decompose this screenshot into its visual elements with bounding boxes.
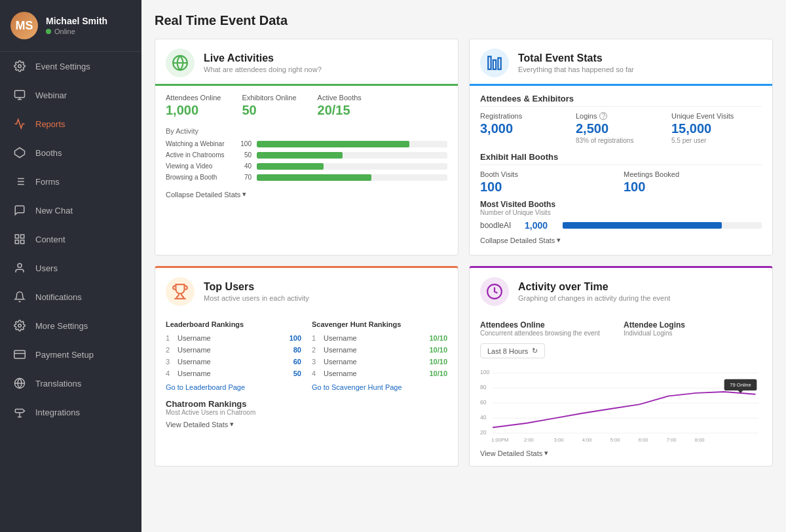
exhibitors-online-value: 50 [242,103,296,118]
top-booth-row: boodleAI 1,000 [480,220,762,231]
collapse-live-activities[interactable]: Collapse Detailed Stats ▾ [166,185,246,201]
sidebar-item-booths[interactable]: Booths [0,138,141,167]
logins-sub: 83% of registrations [576,137,666,144]
total-stats-title-block: Total Event Stats Everything that has ha… [518,52,634,73]
rank-username: Username [324,346,425,354]
svg-rect-17 [14,351,26,358]
registrations-label: Registrations [480,112,571,120]
scavenger-section: Scavenger Hunt Rankings 1 Username 10/10… [312,320,447,391]
live-activities-subtitle: What are attendees doing right now? [204,66,322,73]
gear-icon [13,60,26,73]
leaderboard-title: Leaderboard Rankings [166,320,301,328]
rank-username: Username [324,370,425,377]
user-profile[interactable]: MS Michael Smith Online [0,0,141,52]
sidebar-item-payment-setup[interactable]: Payment Setup [0,340,141,369]
sidebar-item-label: Integrations [35,408,80,417]
go-scavenger-link[interactable]: Go to Scavenger Hunt Page [312,383,447,391]
time-filter-button[interactable]: Last 8 Hours ↻ [480,343,545,358]
unique-visits-value: 15,000 [671,121,762,136]
svg-rect-13 [21,240,24,244]
sidebar-item-label: Reports [35,119,66,129]
time-filter-label: Last 8 Hours [487,347,528,355]
live-activities-title: Live Activities [204,52,322,64]
svg-rect-27 [498,58,500,69]
activity-bar-row: Viewing a Video 40 [166,162,447,170]
col2-sub: Individual Logins [624,330,762,337]
rank-username: Username [178,334,286,342]
leaderboard-rows: 1 Username 100 2 Username 80 3 Username … [166,332,301,379]
collapse-total-stats[interactable]: Collapse Detailed Stats ▾ [480,231,561,247]
booth-visits-value: 100 [480,180,618,195]
view-stats-link[interactable]: View Detailed Stats ▾ [166,420,234,428]
bar-fill [257,152,343,159]
rank-num: 3 [312,358,320,366]
main-content: Real Time Event Data Live Activities Wha… [141,0,786,532]
rank-username: Username [178,346,290,354]
time-header-cols: Attendees Online Concurrent attendees br… [480,320,762,337]
attendees-online-label: Attendees Online [166,94,221,102]
svg-text:8:00: 8:00 [695,437,705,443]
activity-count: 70 [233,174,252,181]
scavenger-row: 4 Username 10/10 [312,368,447,379]
scavenger-title: Scavenger Hunt Rankings [312,320,447,328]
rank-num: 1 [312,334,320,342]
total-stats-icon [480,48,509,77]
svg-rect-14 [15,240,18,244]
total-stats-body: Attendees & Exhibitors Registrations 3,0… [470,86,772,255]
svg-rect-25 [488,56,491,69]
view-stats-time-link[interactable]: View Detailed Stats ▾ [480,449,548,457]
sidebar-item-content[interactable]: Content [0,225,141,254]
svg-text:60: 60 [480,399,487,406]
svg-text:40: 40 [480,414,487,421]
rank-num: 2 [166,346,174,354]
sidebar-item-label: Users [35,263,58,273]
attendees-online-stat: Attendees Online 1,000 [166,94,221,118]
page-title: Real Time Event Data [155,13,773,28]
sidebar-item-forms[interactable]: Forms [0,167,141,196]
sidebar-item-more-settings[interactable]: More Settings [0,311,141,340]
bar-track [257,152,447,159]
col1-sub: Concurrent attendees browsing the event [480,330,618,337]
leaderboard-row: 3 Username 60 [166,356,301,368]
sidebar-item-event-settings[interactable]: Event Settings [0,52,141,81]
credit-card-icon [13,348,26,361]
leaderboard-section: Leaderboard Rankings 1 Username 100 2 Us… [166,320,301,391]
col2-title: Attendee Logins [624,320,762,330]
sidebar-item-reports[interactable]: Reports [0,109,141,138]
sidebar-item-new-chat[interactable]: New Chat [0,196,141,225]
rank-score: 10/10 [429,334,447,342]
rank-num: 2 [312,346,320,354]
activity-time-body: Attendees Online Concurrent attendees br… [470,313,772,466]
svg-point-16 [18,324,22,328]
refresh-icon: ↻ [532,347,538,355]
live-activities-header: Live Activities What are attendees doing… [155,39,458,86]
activity-over-time-panel: Activity over Time Graphing of changes i… [469,266,773,466]
activity-time-title-block: Activity over Time Graphing of changes i… [518,281,670,302]
sidebar-item-integrations[interactable]: Integrations [0,398,141,427]
bottom-panels-row: Top Users Most active users in each acti… [155,266,773,466]
rank-num: 1 [166,334,174,342]
bar-track [257,174,447,181]
sidebar-item-webinar[interactable]: Webinar [0,81,141,109]
activity-time-icon [480,277,509,306]
svg-rect-1 [15,90,25,98]
scavenger-rows: 1 Username 10/10 2 Username 10/10 3 User… [312,332,447,379]
rank-username: Username [324,334,425,342]
sidebar-item-translations[interactable]: Translations [0,369,141,398]
top-users-title-block: Top Users Most active users in each acti… [204,281,309,302]
meetings-booked-value: 100 [624,180,762,195]
rank-score: 50 [293,370,301,377]
live-activities-panel: Live Activities What are attendees doing… [155,39,458,256]
svg-text:7:00: 7:00 [667,437,677,443]
go-leaderboard-link[interactable]: Go to Leaderboard Page [166,383,301,391]
svg-text:79 Online: 79 Online [730,382,751,388]
exhibitors-online-stat: Exhibitors Online 50 [242,94,296,118]
sidebar-item-notifications[interactable]: Notifications [0,282,141,311]
unique-visits-label: Unique Event Visits [671,112,762,120]
active-booths-label: Active Booths [318,94,362,102]
col1-title: Attendees Online [480,320,618,330]
sidebar-item-label: Event Settings [35,62,90,71]
scavenger-row: 3 Username 10/10 [312,356,447,368]
leaderboard-row: 1 Username 100 [166,332,301,344]
sidebar-item-users[interactable]: Users [0,254,141,282]
